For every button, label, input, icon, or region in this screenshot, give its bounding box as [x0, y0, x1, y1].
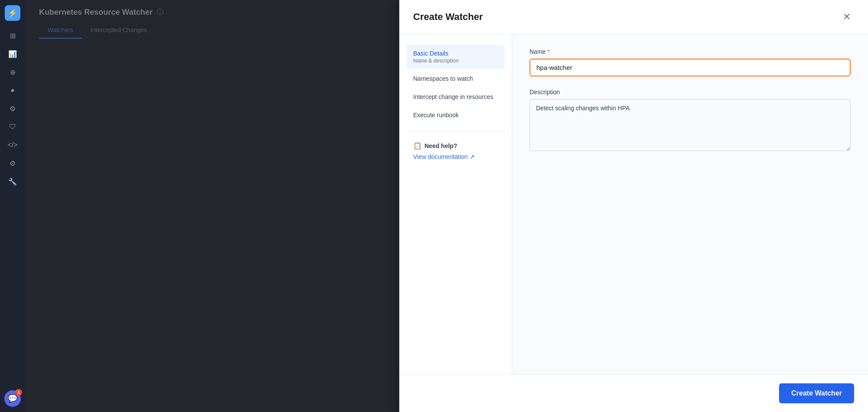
- name-label: Name *: [529, 48, 851, 55]
- external-link-icon: ↗: [470, 153, 475, 160]
- nav-item-label: Namespaces to watch: [413, 75, 498, 82]
- modal-body: Basic Details Name & description Namespa…: [399, 34, 868, 374]
- sidebar-icon-settings[interactable]: ⚙: [5, 101, 20, 116]
- sidebar-icon-grid[interactable]: ⊞: [5, 28, 20, 43]
- sidebar-icon-dot[interactable]: ●: [5, 82, 20, 98]
- nav-item-label: Basic Details: [413, 50, 498, 57]
- sidebar-icon-tool[interactable]: 🔧: [5, 174, 20, 189]
- view-documentation-link[interactable]: View documentation ↗: [413, 153, 498, 160]
- nav-item-label: Intercept change in resources: [413, 93, 498, 100]
- description-label: Description: [529, 89, 851, 96]
- create-watcher-modal: Create Watcher ✕ Basic Details Name & de…: [399, 0, 868, 412]
- nav-divider: [406, 132, 505, 132]
- modal-nav: Basic Details Name & description Namespa…: [399, 34, 512, 374]
- nav-item-basic-details[interactable]: Basic Details Name & description: [406, 45, 505, 69]
- discord-button[interactable]: 💬 1: [4, 390, 21, 407]
- close-button[interactable]: ✕: [839, 10, 854, 23]
- nav-item-namespaces[interactable]: Namespaces to watch: [406, 70, 505, 87]
- background-page: Kubernetes Resource Watcher ⓘ Watchers I…: [25, 0, 868, 412]
- nav-help-section: 📋 Need help? View documentation ↗: [406, 140, 505, 162]
- sidebar-icon-code[interactable]: </>: [5, 137, 20, 153]
- modal-overlay: Create Watcher ✕ Basic Details Name & de…: [25, 0, 868, 412]
- sidebar-icon-gear[interactable]: ⚙: [5, 155, 20, 171]
- name-input[interactable]: [529, 59, 851, 76]
- nav-help-title: 📋 Need help?: [413, 142, 498, 150]
- modal-header: Create Watcher ✕: [399, 0, 868, 34]
- modal-form-content: Name * Description Detect scaling change…: [512, 34, 868, 374]
- modal-title: Create Watcher: [413, 11, 483, 23]
- nav-item-intercept[interactable]: Intercept change in resources: [406, 88, 505, 105]
- sidebar-icon-shield[interactable]: 🛡: [5, 119, 20, 135]
- sidebar-logo[interactable]: ⚡: [5, 5, 20, 21]
- help-book-icon: 📋: [413, 142, 422, 150]
- sidebar-icon-chart[interactable]: 📊: [5, 46, 20, 62]
- nav-item-runbook[interactable]: Execute runbook: [406, 106, 505, 124]
- nav-item-label: Execute runbook: [413, 112, 498, 119]
- description-textarea[interactable]: Detect scaling changes within HPA: [529, 99, 851, 151]
- nav-item-subtitle: Name & description: [413, 58, 498, 64]
- sidebar: ⚡ ⊞ 📊 ⊕ ● ⚙ 🛡 </> ⚙ 🔧 💬 1: [0, 0, 25, 412]
- name-required-indicator: *: [547, 48, 549, 55]
- sidebar-bottom: 💬 1: [4, 390, 21, 407]
- create-watcher-button[interactable]: Create Watcher: [779, 383, 854, 403]
- sidebar-icon-add[interactable]: ⊕: [5, 64, 20, 80]
- description-field-group: Description Detect scaling changes withi…: [529, 89, 851, 153]
- name-field-group: Name *: [529, 48, 851, 76]
- discord-notification-count: 1: [15, 389, 22, 396]
- logo-icon: ⚡: [8, 8, 17, 18]
- modal-footer: Create Watcher: [399, 374, 868, 412]
